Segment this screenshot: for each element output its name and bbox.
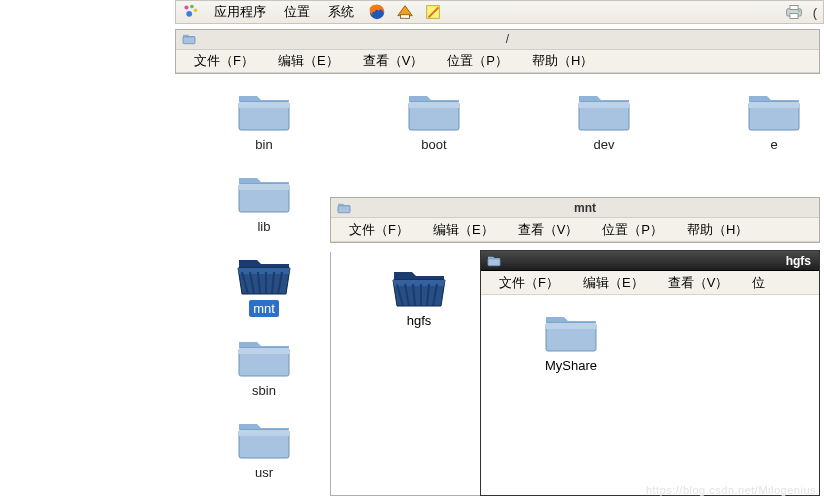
hgfs-content-area[interactable]: MyShare [481, 295, 819, 495]
mnt-menubar: 文件（F） 编辑（E） 查看（V） 位置（P） 帮助（H） [331, 218, 819, 242]
folder-item-boot[interactable]: boot [349, 88, 519, 170]
folder-item-e[interactable]: e [689, 88, 824, 170]
root-menu-view[interactable]: 查看（V） [351, 50, 436, 72]
panel-right-cut: ( [813, 5, 817, 20]
folder-label: mnt [249, 300, 279, 317]
help-launcher-icon[interactable] [396, 3, 414, 21]
folder-item-lib[interactable]: lib [179, 170, 349, 252]
panel-menu-places[interactable]: 位置 [280, 2, 314, 22]
mnt-window-title: mnt [357, 201, 813, 215]
mnt-menu-places[interactable]: 位置（P） [590, 219, 675, 241]
folder-item-hgfs[interactable]: hgfs [391, 264, 447, 328]
mnt-titlebar[interactable]: mnt [331, 198, 819, 218]
watermark-text: https://blog.csdn.net/Milogenius [646, 484, 816, 496]
hgfs-window-title: hgfs [507, 254, 813, 268]
root-titlebar[interactable]: / [176, 30, 819, 50]
folder-label: lib [253, 218, 274, 235]
folder-icon [182, 33, 196, 45]
folder-label: boot [417, 136, 450, 153]
folder-label: hgfs [391, 313, 447, 328]
hgfs-menu-places[interactable]: 位 [740, 272, 777, 294]
root-menu-file[interactable]: 文件（F） [182, 50, 266, 72]
folder-label: usr [251, 464, 277, 481]
top-panel: 应用程序 位置 系统 ( [175, 0, 824, 24]
folder-label: dev [590, 136, 619, 153]
panel-menu-system[interactable]: 系统 [324, 2, 358, 22]
hgfs-menubar: 文件（F） 编辑（E） 查看（V） 位 [481, 271, 819, 295]
root-menu-help[interactable]: 帮助（H） [520, 50, 605, 72]
folder-item-usr[interactable]: usr [179, 416, 349, 498]
root-window: / 文件（F） 编辑（E） 查看（V） 位置（P） 帮助（H） [175, 29, 820, 74]
mnt-menu-file[interactable]: 文件（F） [337, 219, 421, 241]
folder-item-dev[interactable]: dev [519, 88, 689, 170]
folder-item-myshare[interactable]: MyShare [543, 309, 599, 373]
hgfs-menu-file[interactable]: 文件（F） [487, 272, 571, 294]
folder-item-mnt[interactable]: mnt [179, 252, 349, 334]
folder-label: e [766, 136, 781, 153]
mnt-menu-help[interactable]: 帮助（H） [675, 219, 760, 241]
folder-label: bin [251, 136, 276, 153]
folder-label: sbin [248, 382, 280, 399]
folder-icon [337, 202, 351, 214]
mnt-window: mnt 文件（F） 编辑（E） 查看（V） 位置（P） 帮助（H） [330, 197, 820, 243]
printer-tray-icon[interactable] [785, 3, 803, 21]
hgfs-menu-edit[interactable]: 编辑（E） [571, 272, 656, 294]
mnt-menu-view[interactable]: 查看（V） [506, 219, 591, 241]
root-menu-places[interactable]: 位置（P） [435, 50, 520, 72]
root-menubar: 文件（F） 编辑（E） 查看（V） 位置（P） 帮助（H） [176, 50, 819, 73]
hgfs-menu-view[interactable]: 查看（V） [656, 272, 741, 294]
hgfs-titlebar[interactable]: hgfs [481, 251, 819, 271]
folder-icon [487, 255, 501, 267]
folder-item-sbin[interactable]: sbin [179, 334, 349, 416]
distro-logo-icon [182, 3, 200, 21]
root-menu-edit[interactable]: 编辑（E） [266, 50, 351, 72]
root-window-title: / [202, 32, 813, 46]
hgfs-window: hgfs 文件（F） 编辑（E） 查看（V） 位 MyShare [480, 250, 820, 496]
folder-label: MyShare [543, 358, 599, 373]
mnt-menu-edit[interactable]: 编辑（E） [421, 219, 506, 241]
notes-launcher-icon[interactable] [424, 3, 442, 21]
folder-item-bin[interactable]: bin [179, 88, 349, 170]
firefox-launcher-icon[interactable] [368, 3, 386, 21]
panel-menu-applications[interactable]: 应用程序 [210, 2, 270, 22]
